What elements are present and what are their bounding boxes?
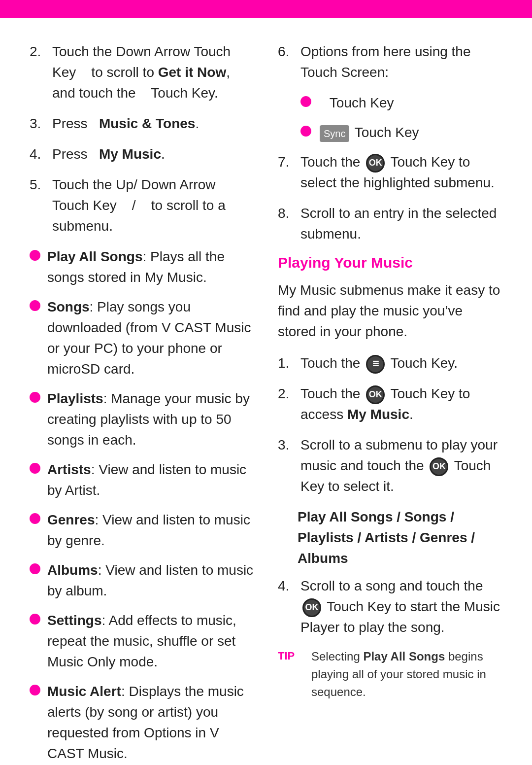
ok-icon: OK [366,154,385,173]
feature-list: Play All Songs: Plays all the songs stor… [30,246,254,764]
bullet-icon [30,250,40,261]
step-2: 2. Touch the Down Arrow Touch Key to scr… [30,41,254,104]
bullet-icon [300,96,311,107]
play-step-2: 2. Touch the OK Touch Key to access My M… [278,383,502,425]
list-item: Music Alert: Displays the music alerts (… [30,681,254,764]
bullet-icon [30,300,40,311]
tip-text: Selecting Play All Songs begins playing … [311,648,502,701]
list-item: Genres: View and listen to music by genr… [30,510,254,551]
list-item: Play All Songs: Plays all the songs stor… [30,246,254,288]
step-5: 5. Touch the Up/ Down Arrow Touch Key / … [30,174,254,237]
step-6: 6. Options from here using the Touch Scr… [278,41,502,83]
ok-icon: OK [430,457,448,476]
list-item: Artists: View and listen to music by Art… [30,459,254,501]
sync-badge: Sync [320,125,349,142]
list-item: Playlists: Manage your music by creating… [30,388,254,451]
left-column: 2. Touch the Down Arrow Touch Key to scr… [30,41,254,765]
section-title-playing: Playing Your Music [278,254,502,271]
right-column: 6. Options from here using the Touch Scr… [278,41,502,765]
bullet-icon [300,126,311,137]
list-item: Albums: View and listen to music by albu… [30,560,254,601]
list-item: Songs: Play songs you downloaded (from V… [30,297,254,380]
step-4: 4. Press My Music. [30,144,254,165]
play-step-3: 3. Scroll to a submenu to play your musi… [278,435,502,497]
step-8: 8. Scroll to an entry in the selected su… [278,203,502,244]
bullet-icon [30,513,40,524]
bullet-icon [30,685,40,695]
section-intro: My Music submenus make it easy to find a… [278,280,502,342]
list-item: Settings: Add effects to music, repeat t… [30,610,254,672]
play-all-label: Play All Songs / Songs / Playlists / Art… [298,507,502,569]
bullet-icon [30,614,40,625]
bullet-icon [30,463,40,474]
top-bar [0,0,532,18]
bullet-icon [30,392,40,403]
tip-label: TIP [278,650,303,662]
play-step-1: 1. Touch the ☰ Touch Key. [278,353,502,374]
step-7: 7. Touch the OK Touch Key to select the … [278,152,502,193]
ok-icon-large: OK [302,598,321,617]
touch-key-list: Touch Key Sync Touch Key [300,93,502,143]
list-item: Touch Key [300,93,502,113]
list-item: Sync Touch Key [300,122,502,143]
tip-section: TIP Selecting Play All Songs begins play… [278,648,502,701]
ok-icon: OK [366,385,385,404]
step-3: 3. Press Music & Tones. [30,113,254,134]
menu-icon: ☰ [366,355,385,374]
play-step-4: 4. Scroll to a song and touch the OK Tou… [278,576,502,638]
bullet-icon [30,563,40,574]
